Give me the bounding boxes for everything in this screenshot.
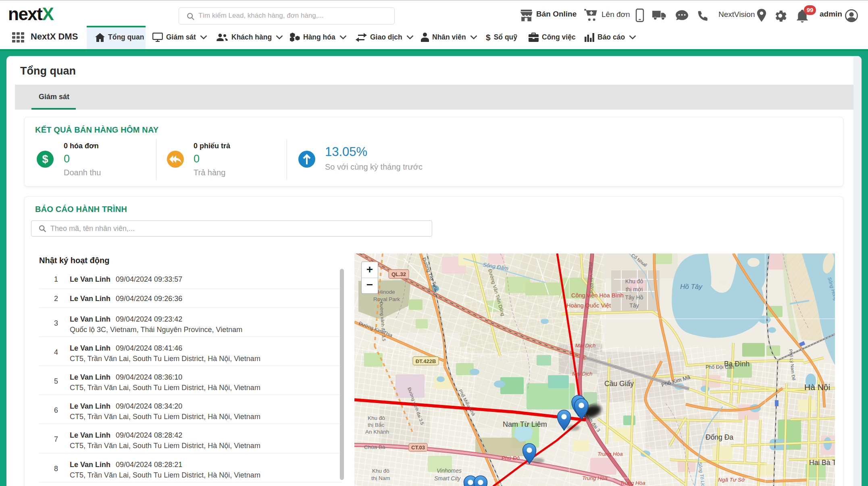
svg-text:Mai Dịch: Mai Dịch (572, 371, 593, 377)
svg-text:Phố Đội Cấn: Phố Đội Cấn (706, 364, 734, 370)
svg-text:Tây Hồ: Tây Hồ (625, 294, 643, 301)
svg-text:Khu đô: Khu đô (372, 468, 389, 474)
svg-text:Hoàng Quốc Việt: Hoàng Quốc Việt (566, 302, 611, 309)
svg-text:Hai Bà Tr: Hai Bà Tr (809, 459, 835, 467)
svg-text:Hinode: Hinode (378, 289, 395, 295)
svg-text:thị Nam: thị Nam (371, 475, 390, 481)
svg-text:Ngã Tư Sở: Ngã Tư Sở (718, 477, 745, 483)
svg-text:QL.32: QL.32 (391, 271, 406, 277)
svg-text:Tây: Tây (629, 302, 639, 309)
svg-text:Phạm Văn Đồng: Phạm Văn Đồng (588, 262, 595, 293)
svg-text:Vinhomes: Vinhomes (437, 467, 462, 474)
svg-text:Đường Tây Tựu: Đường Tây Tựu (421, 257, 439, 291)
svg-text:Sông Đăm: Sông Đăm (483, 262, 509, 272)
svg-text:Phú Đô: Phú Đô (502, 455, 520, 461)
svg-text:Hà Nội: Hà Nội (804, 382, 830, 392)
svg-text:Mai Dịch: Mai Dịch (575, 343, 596, 349)
svg-text:Cầu Giấy: Cầu Giấy (604, 380, 634, 388)
svg-text:Chùa Bà: Chùa Bà (364, 444, 385, 450)
svg-text:Cổ Nhuế: Cổ Nhuế (631, 253, 648, 268)
svg-text:Phố Kim Mã: Phố Kim Mã (661, 374, 691, 388)
svg-text:Sông Tô Lịch: Sông Tô Lịch (697, 462, 706, 486)
svg-text:Đống Đa: Đống Đa (706, 433, 733, 441)
svg-text:Trung Hòa: Trung Hòa (582, 475, 608, 481)
svg-text:Đường Văn Tiến Dũng: Đường Văn Tiến Dũng (487, 268, 506, 317)
svg-text:Đường Kim Thia: Đường Kim Thia (358, 320, 393, 339)
svg-text:thị Bắc: thị Bắc (368, 422, 385, 428)
svg-text:Phố Lý Nam Đế: Phố Lý Nam Đế (788, 349, 796, 380)
svg-text:An Khánh: An Khánh (365, 429, 389, 435)
svg-text:ĐT.422B: ĐT.422B (416, 358, 436, 364)
svg-text:Trung Hòa: Trung Hòa (597, 451, 623, 457)
svg-text:Hồ Tây: Hồ Tây (680, 283, 703, 291)
svg-text:thị mới: thị mới (626, 286, 643, 293)
svg-text:Smart City: Smart City (434, 475, 461, 482)
svg-text:CT.03: CT.03 (411, 444, 425, 451)
svg-text:Sông Hồng: Sông Hồng (826, 276, 835, 301)
svg-text:Phố Miếu Nhà: Phố Miếu Nhà (458, 388, 476, 417)
svg-text:Khu đô: Khu đô (625, 278, 643, 285)
svg-text:Công viên Hòa Bình: Công viên Hòa Bình (571, 292, 624, 299)
svg-text:Trung Hòa: Trung Hòa (620, 480, 645, 486)
svg-text:Nam Từ Liêm: Nam Từ Liêm (503, 420, 547, 428)
svg-text:vành đai 3: vành đai 3 (583, 412, 602, 433)
svg-text:Đường vành đai 3.5: Đường vành đai 3.5 (407, 387, 425, 426)
svg-text:Royal Park: Royal Park (373, 296, 400, 302)
svg-text:Khu đô: Khu đô (368, 415, 385, 421)
